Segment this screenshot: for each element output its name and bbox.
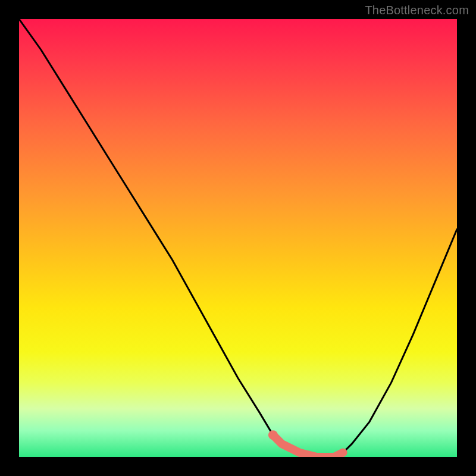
optimal-range-highlight <box>273 435 343 457</box>
chart-frame: TheBottleneck.com <box>0 0 476 476</box>
chart-svg <box>19 19 457 457</box>
plot-area <box>19 19 457 457</box>
optimal-point-marker <box>268 430 278 440</box>
watermark-text: TheBottleneck.com <box>365 4 469 17</box>
bottleneck-curve <box>19 19 457 457</box>
